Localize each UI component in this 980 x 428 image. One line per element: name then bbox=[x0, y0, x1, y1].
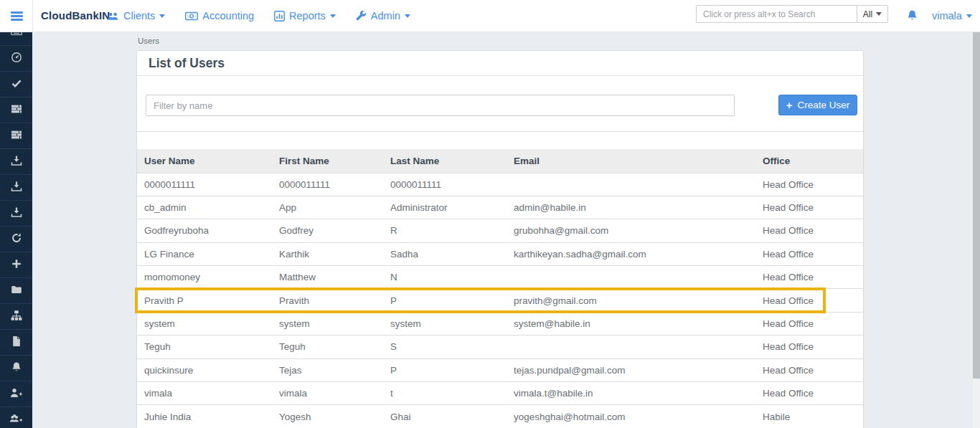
table-cell: Head Office bbox=[755, 312, 863, 335]
table-row[interactable]: Juhie IndiaYogeshGhaiyogeshghai@hotmail.… bbox=[137, 405, 863, 428]
table-cell: 0000011111 bbox=[272, 173, 383, 196]
bell-icon bbox=[11, 361, 22, 376]
table-row[interactable]: quickinsureTejasPtejas.pundpal@gmail.com… bbox=[137, 358, 863, 381]
table-cell: Juhie India bbox=[137, 405, 272, 428]
table-row[interactable]: cb_adminAppAdministratoradmin@habile.inH… bbox=[137, 196, 863, 219]
scrollbar-thumb[interactable] bbox=[973, 32, 980, 379]
table-cell: Teguh bbox=[137, 336, 272, 358]
user-menu[interactable]: vimala bbox=[932, 0, 972, 32]
hamburger-menu-icon[interactable] bbox=[6, 6, 29, 27]
download-icon bbox=[11, 155, 22, 169]
card-header: List of Users bbox=[137, 51, 863, 76]
column-header[interactable]: Last Name bbox=[383, 149, 507, 173]
sidebar-item-dashboard[interactable] bbox=[0, 46, 32, 72]
refresh-icon bbox=[11, 232, 22, 247]
table-cell: pravith@gmail.com bbox=[507, 289, 755, 312]
notifications-bell-icon[interactable] bbox=[906, 9, 918, 24]
column-header[interactable]: User Name bbox=[137, 149, 272, 173]
chevron-down-icon bbox=[330, 14, 336, 18]
table-row[interactable]: LG FinanceKarthikSadhakarthikeyan.sadha@… bbox=[137, 242, 863, 265]
nav-item-reports[interactable]: Reports bbox=[274, 10, 336, 22]
column-header[interactable]: Email bbox=[507, 149, 755, 173]
app-logo[interactable]: CloudBankIN bbox=[41, 0, 110, 32]
tasks-icon bbox=[11, 129, 22, 143]
create-user-label: Create User bbox=[797, 100, 849, 110]
table-cell: R bbox=[383, 219, 507, 242]
table-cell: P bbox=[383, 358, 507, 381]
nav-item-admin[interactable]: Admin bbox=[356, 10, 410, 22]
table-row[interactable]: TeguhTeguhSHead Office bbox=[137, 336, 863, 358]
sidebar-item-check[interactable] bbox=[0, 72, 32, 98]
global-search-input[interactable] bbox=[696, 5, 857, 23]
create-user-button[interactable]: + Create User bbox=[778, 95, 857, 115]
column-header[interactable]: Office bbox=[755, 149, 863, 173]
sidebar-item-tasks2[interactable] bbox=[0, 123, 32, 149]
sidebar-item-users-plus[interactable] bbox=[0, 407, 32, 428]
global-search-group: All bbox=[696, 5, 888, 23]
chevron-down-icon bbox=[159, 14, 165, 18]
wrench-icon bbox=[356, 11, 367, 22]
sidebar-item-file[interactable] bbox=[0, 330, 32, 356]
table-row[interactable]: momomoneyMatthewNHead Office bbox=[137, 266, 863, 289]
table-header-row: User NameFirst NameLast NameEmailOffice bbox=[137, 149, 863, 173]
table-cell: 0000011111 bbox=[137, 173, 272, 196]
breadcrumb: Users bbox=[138, 37, 159, 45]
sidebar-item-download2[interactable] bbox=[0, 175, 32, 201]
keyboard-icon bbox=[11, 32, 22, 40]
table-cell: Administrator bbox=[383, 196, 507, 219]
table-cell: Head Office bbox=[755, 242, 863, 265]
table-cell: LG Finance bbox=[137, 242, 272, 265]
sidebar-item-list bbox=[0, 32, 32, 428]
money-icon bbox=[185, 11, 198, 22]
sidebar-item-download3[interactable] bbox=[0, 201, 32, 227]
search-scope-label: All bbox=[863, 9, 872, 19]
nav-item-clients[interactable]: Clients bbox=[107, 10, 165, 22]
table-row[interactable]: 000001111100000111110000011111Head Offic… bbox=[137, 173, 863, 196]
table-cell: Habile bbox=[755, 405, 863, 428]
nav-item-label: Admin bbox=[371, 10, 400, 22]
table-row[interactable]: systemsystemsystemsystem@habile.inHead O… bbox=[137, 312, 863, 335]
sidebar-item-bell[interactable] bbox=[0, 356, 32, 381]
table-row[interactable]: GodfreyrubohaGodfreyRgrubohha@gmail.comH… bbox=[137, 219, 863, 242]
table-cell: N bbox=[383, 266, 507, 289]
users-table: User NameFirst NameLast NameEmailOffice … bbox=[137, 132, 863, 428]
sidebar-item-sitemap[interactable] bbox=[0, 304, 32, 330]
table-cell: 0000011111 bbox=[383, 173, 507, 196]
nav-item-label: Accounting bbox=[202, 10, 254, 22]
table-row[interactable]: vimalavimalatvimala.t@habile.inHead Offi… bbox=[137, 382, 863, 405]
table-cell: Head Office bbox=[755, 382, 863, 405]
sidebar-item-folder[interactable] bbox=[0, 278, 32, 304]
table-cell: Matthew bbox=[272, 266, 383, 289]
download-icon bbox=[11, 206, 22, 221]
table-cell: system bbox=[383, 312, 507, 335]
table-cell: Sadha bbox=[383, 242, 507, 265]
table-cell bbox=[507, 266, 755, 289]
chevron-down-icon bbox=[405, 14, 410, 18]
users-table-wrap: User NameFirst NameLast NameEmailOffice … bbox=[137, 131, 863, 428]
plus-icon: + bbox=[786, 100, 793, 110]
table-cell bbox=[507, 173, 755, 196]
table-cell: Karthik bbox=[272, 242, 383, 265]
table-cell: Ghai bbox=[383, 405, 507, 428]
table-cell: P bbox=[383, 289, 507, 312]
user-plus-icon bbox=[10, 387, 23, 401]
table-cell: Head Office bbox=[755, 196, 863, 219]
nav-item-accounting[interactable]: Accounting bbox=[185, 10, 254, 22]
sidebar-item-refresh[interactable] bbox=[0, 227, 32, 252]
page-scrollbar[interactable] bbox=[973, 32, 980, 428]
user-menu-label: vimala bbox=[932, 10, 962, 22]
column-header[interactable]: First Name bbox=[272, 149, 383, 173]
table-spacer-row bbox=[137, 132, 863, 149]
table-body: 000001111100000111110000011111Head Offic… bbox=[137, 173, 863, 428]
table-cell: Yogesh bbox=[272, 405, 383, 428]
sidebar-item-keyboard[interactable] bbox=[0, 32, 32, 46]
sidebar-item-user-plus[interactable] bbox=[0, 381, 32, 407]
sidebar-item-tasks[interactable] bbox=[0, 98, 32, 123]
table-cell: t bbox=[383, 382, 507, 405]
table-row[interactable]: Pravith PPravithPpravith@gmail.comHead O… bbox=[137, 289, 863, 312]
sidebar-item-download[interactable] bbox=[0, 149, 32, 175]
filter-by-name-input[interactable] bbox=[146, 95, 735, 116]
search-scope-dropdown[interactable]: All bbox=[857, 5, 888, 23]
sidebar-item-plus[interactable] bbox=[0, 252, 32, 278]
table-cell: Head Office bbox=[755, 289, 863, 312]
